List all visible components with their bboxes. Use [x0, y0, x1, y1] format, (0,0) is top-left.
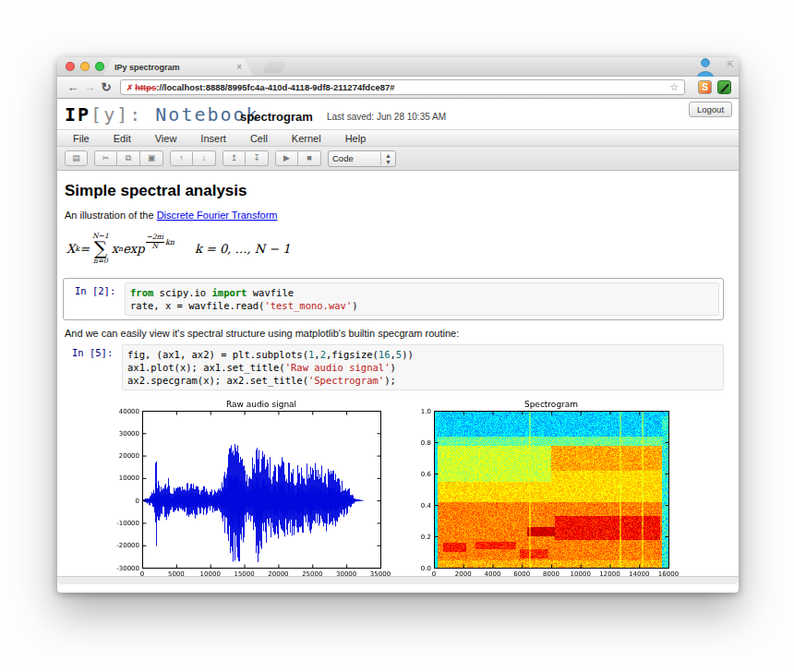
notebook-title[interactable]: spectrogram — [240, 110, 313, 124]
url-bar[interactable]: ✗ https ://localhost:8888/8995fc4a-410d-… — [120, 79, 685, 95]
titlebar: IPy spectrogram × ⇱ — [57, 57, 739, 77]
code-cell-2[interactable]: In [2]: from scipy.io import wavfilerate… — [63, 278, 724, 320]
menu-cell[interactable]: Cell — [238, 133, 280, 144]
move-down-button[interactable]: ↓ — [193, 150, 216, 166]
formula-sum: N−1 ∑ n=0 — [92, 233, 109, 265]
url-text: ://localhost:8888/8995fc4a-410d-4118-9df… — [156, 82, 394, 92]
reload-icon[interactable]: ↻ — [98, 80, 114, 94]
paragraph-dft: An illustration of the Discrete Fourier … — [65, 210, 731, 221]
code-line: rate, x = wavfile.read('test_mono.wav') — [130, 299, 714, 312]
run-button[interactable]: ▶ — [275, 150, 298, 166]
url-scheme: https — [135, 82, 156, 92]
extension-icon-1[interactable]: S — [698, 80, 712, 94]
sum-lower: n=0 — [93, 258, 108, 265]
formula-eq: = — [79, 242, 90, 256]
input-prompt: In [2]: — [67, 282, 125, 316]
tab-title: IPy spectrogram — [114, 63, 236, 72]
back-icon[interactable]: ← — [65, 80, 81, 94]
move-up-button[interactable]: ↑ — [170, 150, 193, 166]
dft-link[interactable]: Discrete Fourier Transform — [157, 210, 278, 221]
code-input[interactable]: from scipy.io import wavfilerate, x = wa… — [125, 282, 719, 316]
logo-ip: IP — [65, 103, 90, 126]
insert-above-button[interactable]: ↥ — [223, 150, 246, 166]
paste-button[interactable]: ▣ — [140, 150, 163, 166]
stop-button[interactable]: ■ — [298, 150, 321, 166]
formula-x: x — [112, 242, 118, 256]
bookmark-star-icon[interactable]: ☆ — [669, 81, 679, 93]
section-heading: Simple spectral analysis — [65, 182, 731, 200]
menu-kernel[interactable]: Kernel — [280, 133, 333, 144]
paragraph-specgram: And we can easily view it's spectral str… — [65, 328, 731, 339]
menu-edit[interactable]: Edit — [102, 133, 143, 144]
notebook-page: IP[y]: Notebook spectrogram Last saved: … — [57, 99, 739, 584]
celltype-select[interactable]: Code▲▼ — [328, 150, 396, 167]
formula-exponent: −2πi N kn — [146, 234, 174, 250]
menu-help[interactable]: Help — [333, 133, 379, 144]
logout-button[interactable]: Logout — [689, 102, 732, 117]
select-arrows-icon: ▲▼ — [380, 152, 391, 165]
code-line: from scipy.io import wavfile — [130, 286, 714, 299]
code-cell-5[interactable]: In [5]: fig, (ax1, ax2) = plt.subplots(1… — [65, 344, 724, 390]
output-figure — [98, 398, 731, 584]
cut-button[interactable]: ✂ — [94, 150, 117, 166]
menu-file[interactable]: File — [61, 133, 102, 144]
close-window-button[interactable] — [66, 62, 75, 71]
input-prompt: In [5]: — [65, 344, 122, 390]
browser-tab[interactable]: IPy spectrogram × — [103, 59, 253, 76]
maximize-window-button[interactable] — [95, 62, 104, 71]
new-tab-button[interactable] — [262, 62, 286, 73]
exp-tail: kn — [165, 238, 174, 246]
code-input[interactable]: fig, (ax1, ax2) = plt.subplots(1,2,figsi… — [122, 344, 724, 390]
browser-window: IPy spectrogram × ⇱ ← → ↻ ✗ https ://loc… — [57, 57, 739, 593]
notebook-content: Simple spectral analysis An illustration… — [57, 171, 739, 584]
insert-below-button[interactable]: ↧ — [246, 150, 269, 166]
spectrogram-plot — [415, 398, 696, 584]
menu-view[interactable]: View — [143, 133, 189, 144]
code-line: ax2.specgram(x); ax2.set_title('Spectrog… — [127, 374, 718, 387]
raw-audio-plot — [98, 398, 391, 584]
formula-lhs: X — [66, 242, 75, 256]
menu-bar: FileEditViewInsertCellKernelHelp — [57, 129, 739, 147]
extension-icon-2[interactable] — [717, 80, 731, 94]
sigma-icon: ∑ — [94, 239, 107, 258]
resize-icon[interactable]: ⇱ — [727, 60, 734, 69]
paragraph-text: An illustration of the — [65, 210, 157, 221]
logo-y: [y]: — [90, 103, 142, 126]
window-bottom-bar — [57, 576, 739, 584]
celltype-value: Code — [332, 153, 380, 163]
code-line: ax1.plot(x); ax1.set_title('Raw audio si… — [127, 361, 718, 374]
notebook-toolbar: ▤✂⧉▣↑↓↥↧▶■Code▲▼ — [57, 147, 739, 171]
menu-insert[interactable]: Insert — [188, 133, 238, 144]
insecure-https-icon: ✗ — [126, 83, 133, 92]
formula-exp: exp — [123, 242, 144, 256]
save-button[interactable]: ▤ — [65, 150, 88, 166]
window-controls — [66, 62, 104, 71]
copy-button[interactable]: ⧉ — [117, 150, 140, 166]
forward-icon[interactable]: → — [81, 80, 98, 94]
tab-close-icon[interactable]: × — [236, 63, 242, 72]
dft-formula: Xk = N−1 ∑ n=0 xn exp −2πi N kn k = 0, …… — [66, 230, 731, 267]
last-saved-text: Last saved: Jun 28 10:35 AM — [327, 112, 446, 122]
ipython-logo[interactable]: IP[y]: Notebook — [65, 103, 259, 126]
code-line: fig, (ax1, ax2) = plt.subplots(1,2,figsi… — [127, 348, 718, 361]
minimize-window-button[interactable] — [80, 62, 90, 71]
frac-denominator: N — [151, 243, 158, 250]
notebook-header: IP[y]: Notebook spectrogram Last saved: … — [57, 99, 739, 129]
browser-toolbar: ← → ↻ ✗ https ://localhost:8888/8995fc4a… — [57, 77, 739, 99]
formula-condition: k = 0, …, N − 1 — [195, 242, 291, 256]
